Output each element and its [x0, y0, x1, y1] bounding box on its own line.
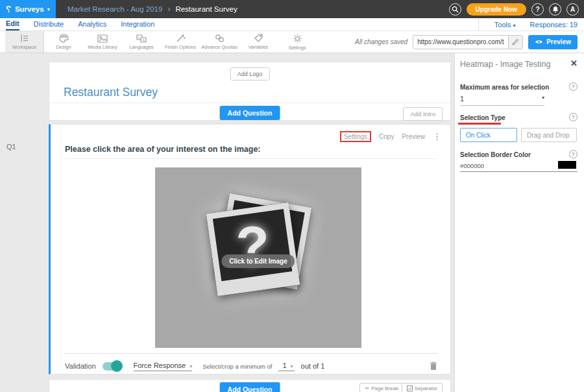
- add-question-strip: Add Question ✂ Page Break Separator: [49, 379, 451, 392]
- question-settings-link[interactable]: Settings: [340, 131, 371, 142]
- question-number: Q1: [6, 143, 16, 151]
- validation-toggle[interactable]: [103, 362, 122, 371]
- more-options-icon[interactable]: ⋮: [433, 132, 441, 141]
- help-button[interactable]: ?: [531, 3, 544, 16]
- minimum-value-select[interactable]: 1▾: [278, 361, 294, 371]
- survey-nav: Edit Distribute Analytics Integration To…: [0, 18, 584, 31]
- question-settings-panel: Heatmap - Image Testing ✕ Maximum areas …: [454, 53, 584, 392]
- help-icon[interactable]: ?: [569, 82, 578, 91]
- toolbar-item-variables[interactable]: Variables: [239, 31, 278, 53]
- border-color-swatch[interactable]: [558, 161, 576, 169]
- max-areas-label: Maximum areas for selection: [460, 84, 549, 91]
- edit-url-button[interactable]: [508, 35, 522, 49]
- edit-toolbar: Workspace Design Media Library xA Langua…: [0, 31, 584, 53]
- divider: [49, 103, 450, 103]
- chevron-down-icon: ▾: [189, 363, 192, 369]
- workspace-icon: [19, 34, 30, 43]
- add-question-button-top[interactable]: Add Question: [220, 106, 280, 120]
- tab-analytics[interactable]: Analytics: [78, 19, 106, 30]
- separator-button[interactable]: Separator: [402, 383, 443, 392]
- page-break-button[interactable]: ✂ Page Break: [359, 383, 404, 392]
- responses-count[interactable]: Responses: 19: [530, 21, 578, 29]
- toolbar-item-workspace[interactable]: Workspace: [5, 31, 44, 53]
- toolbar-item-languages[interactable]: xA Languages: [122, 31, 161, 53]
- divider: [460, 171, 578, 172]
- photo-stack-graphic: ?: [206, 196, 310, 306]
- on-click-option[interactable]: On Click: [460, 128, 517, 142]
- toolbar-item-settings[interactable]: Settings: [278, 31, 317, 53]
- preview-button[interactable]: Preview: [528, 35, 578, 49]
- force-response-select[interactable]: Force Response▾: [134, 361, 193, 371]
- breadcrumb-separator-icon: ›: [167, 5, 170, 14]
- upgrade-now-button[interactable]: Upgrade Now: [467, 3, 526, 16]
- notifications-button[interactable]: [549, 3, 561, 16]
- avatar[interactable]: A: [566, 3, 579, 16]
- tab-distribute[interactable]: Distribute: [34, 19, 64, 30]
- minimum-select-label: Select/crop a minimum of: [202, 363, 272, 370]
- validation-row: Validation Force Response▾ Select/crop a…: [65, 358, 437, 374]
- toolbar-item-media-library[interactable]: Media Library: [83, 31, 122, 53]
- magic-wand-icon: [176, 34, 186, 43]
- delete-question-button[interactable]: [430, 361, 437, 371]
- breadcrumb: Market Research - Aug 2019 › Restaurant …: [67, 5, 237, 14]
- photo-front: ?: [206, 202, 300, 297]
- toolbar-right: All changes saved Preview: [355, 31, 584, 53]
- chevron-down-icon: ▾: [542, 95, 544, 103]
- separator-icon: [407, 386, 413, 391]
- add-logo-button[interactable]: Add Logo: [230, 67, 270, 80]
- close-icon[interactable]: ✕: [570, 58, 578, 68]
- chevron-down-icon: ▾: [47, 6, 50, 12]
- search-icon: [452, 6, 459, 13]
- tools-menu[interactable]: Tools ▾: [494, 21, 516, 29]
- search-button[interactable]: [449, 3, 461, 16]
- tab-integration[interactable]: Integration: [121, 19, 154, 30]
- validation-label: Validation: [65, 362, 96, 370]
- top-bar: ? Surveys ▾ Market Research - Aug 2019 ›…: [0, 0, 584, 18]
- chevron-down-icon: ▾: [513, 23, 516, 29]
- help-icon[interactable]: ?: [569, 150, 578, 158]
- selection-type-label: Selection Type: [460, 114, 505, 121]
- border-color-label: Selection Border Color: [460, 151, 531, 158]
- questionpro-logo-icon: ?: [6, 4, 12, 14]
- survey-url-input[interactable]: [413, 38, 508, 45]
- question-text[interactable]: Please click the area of your interest o…: [65, 145, 261, 154]
- tab-edit[interactable]: Edit: [6, 18, 19, 31]
- survey-header-card: Add Logo Restaurant Survey Add Question …: [49, 62, 451, 121]
- toolbar-item-design[interactable]: Design: [44, 31, 83, 53]
- add-question-button-bottom[interactable]: Add Question: [220, 382, 280, 392]
- question-copy-link[interactable]: Copy: [379, 133, 394, 140]
- toolbar-item-finish-options[interactable]: Finish Options: [161, 31, 200, 53]
- trash-icon: [430, 361, 437, 371]
- breadcrumb-current-survey: Restaurant Survey: [175, 5, 237, 13]
- out-of-label: out of 1: [301, 362, 325, 370]
- question-preview-link[interactable]: Preview: [402, 133, 425, 140]
- toggle-knob: [111, 360, 123, 372]
- translate-icon: xA: [136, 34, 147, 43]
- svg-text:x: x: [138, 35, 140, 39]
- click-to-edit-image-button[interactable]: Click to Edit Image: [221, 254, 295, 268]
- red-annotation-underline: [458, 123, 501, 125]
- breadcrumb-survey-group[interactable]: Market Research - Aug 2019: [67, 5, 162, 13]
- max-areas-select[interactable]: 1 ▾: [460, 95, 544, 106]
- surveys-menu[interactable]: ? Surveys ▾: [0, 0, 56, 18]
- image-icon: [97, 34, 108, 43]
- divider: [65, 158, 436, 159]
- toolbar-item-advance-quotas[interactable]: Advance Quotas: [200, 31, 239, 53]
- heatmap-image-placeholder[interactable]: ? Click to Edit Image: [155, 167, 361, 348]
- drag-and-drop-option[interactable]: Drag and Drop: [521, 128, 577, 142]
- eye-icon: [535, 39, 543, 45]
- survey-title[interactable]: Restaurant Survey: [64, 86, 158, 99]
- add-intro-button[interactable]: Add Intro: [403, 107, 443, 121]
- divider: [64, 353, 437, 354]
- help-icon[interactable]: ?: [569, 113, 578, 121]
- scissors-icon: ✂: [365, 386, 369, 391]
- border-color-value[interactable]: #000000: [460, 162, 484, 169]
- bell-icon: [552, 6, 559, 13]
- save-status: All changes saved: [355, 38, 408, 45]
- svg-text:A: A: [143, 38, 145, 42]
- survey-url-group: [413, 35, 523, 49]
- product-label: Surveys: [15, 5, 44, 13]
- tag-icon: [254, 34, 263, 43]
- chain-icon: [215, 34, 225, 43]
- chevron-down-icon: ▾: [291, 363, 293, 369]
